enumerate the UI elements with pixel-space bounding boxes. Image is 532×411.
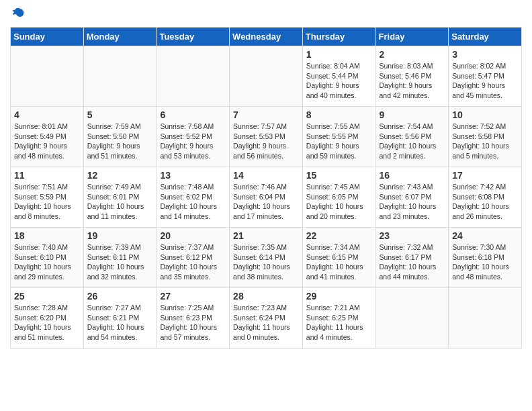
day-info: Sunrise: 8:02 AM Sunset: 5:47 PM Dayligh… [452, 61, 518, 101]
day-info: Sunrise: 7:45 AM Sunset: 6:05 PM Dayligh… [306, 182, 372, 222]
calendar-cell: 21Sunrise: 7:35 AM Sunset: 6:14 PM Dayli… [230, 228, 303, 288]
day-number: 27 [160, 291, 226, 302]
day-info: Sunrise: 8:04 AM Sunset: 5:44 PM Dayligh… [306, 61, 372, 101]
calendar-cell: 23Sunrise: 7:32 AM Sunset: 6:17 PM Dayli… [375, 228, 449, 288]
header-row: SundayMondayTuesdayWednesdayThursdayFrid… [11, 28, 522, 46]
col-header-thursday: Thursday [302, 28, 375, 46]
week-row-1: 1Sunrise: 8:04 AM Sunset: 5:44 PM Daylig… [11, 46, 522, 107]
day-number: 20 [160, 230, 226, 241]
day-info: Sunrise: 7:46 AM Sunset: 6:04 PM Dayligh… [233, 182, 299, 222]
day-info: Sunrise: 7:34 AM Sunset: 6:15 PM Dayligh… [306, 242, 372, 282]
day-info: Sunrise: 7:40 AM Sunset: 6:10 PM Dayligh… [14, 242, 80, 282]
day-info: Sunrise: 7:57 AM Sunset: 5:53 PM Dayligh… [233, 122, 299, 161]
day-number: 2 [380, 49, 445, 60]
day-number: 26 [87, 291, 153, 302]
day-number: 25 [14, 291, 80, 302]
col-header-monday: Monday [83, 28, 157, 46]
day-number: 14 [233, 170, 299, 181]
calendar-cell: 13Sunrise: 7:48 AM Sunset: 6:02 PM Dayli… [157, 167, 230, 228]
calendar-cell [230, 46, 303, 107]
logo-bird-icon [11, 7, 25, 20]
day-info: Sunrise: 7:23 AM Sunset: 6:24 PM Dayligh… [233, 303, 299, 342]
day-number: 29 [306, 291, 372, 302]
day-info: Sunrise: 7:32 AM Sunset: 6:17 PM Dayligh… [380, 242, 445, 282]
week-row-3: 11Sunrise: 7:51 AM Sunset: 5:59 PM Dayli… [11, 167, 522, 228]
calendar-cell: 8Sunrise: 7:55 AM Sunset: 5:55 PM Daylig… [302, 107, 375, 167]
calendar-cell: 6Sunrise: 7:58 AM Sunset: 5:52 PM Daylig… [157, 107, 230, 167]
calendar-cell [11, 46, 84, 107]
day-number: 7 [233, 109, 299, 120]
day-info: Sunrise: 7:48 AM Sunset: 6:02 PM Dayligh… [160, 182, 226, 222]
day-number: 17 [452, 170, 518, 181]
calendar-cell: 12Sunrise: 7:49 AM Sunset: 6:01 PM Dayli… [83, 167, 157, 228]
week-row-5: 25Sunrise: 7:28 AM Sunset: 6:20 PM Dayli… [11, 288, 522, 349]
calendar-cell: 2Sunrise: 8:03 AM Sunset: 5:46 PM Daylig… [375, 46, 449, 107]
calendar-cell: 26Sunrise: 7:27 AM Sunset: 6:21 PM Dayli… [83, 288, 157, 349]
day-info: Sunrise: 7:42 AM Sunset: 6:08 PM Dayligh… [452, 182, 518, 222]
calendar-cell: 27Sunrise: 7:25 AM Sunset: 6:23 PM Dayli… [157, 288, 230, 349]
calendar-cell: 3Sunrise: 8:02 AM Sunset: 5:47 PM Daylig… [449, 46, 522, 107]
day-info: Sunrise: 7:27 AM Sunset: 6:21 PM Dayligh… [87, 303, 153, 342]
day-number: 10 [452, 109, 518, 120]
day-info: Sunrise: 7:54 AM Sunset: 5:56 PM Dayligh… [380, 122, 445, 161]
day-info: Sunrise: 7:37 AM Sunset: 6:12 PM Dayligh… [160, 242, 226, 282]
day-number: 11 [14, 170, 80, 181]
day-number: 18 [14, 230, 80, 241]
day-info: Sunrise: 8:03 AM Sunset: 5:46 PM Dayligh… [380, 61, 445, 101]
col-header-friday: Friday [375, 28, 449, 46]
day-number: 6 [160, 109, 226, 120]
day-info: Sunrise: 7:51 AM Sunset: 5:59 PM Dayligh… [14, 182, 80, 222]
calendar-cell: 28Sunrise: 7:23 AM Sunset: 6:24 PM Dayli… [230, 288, 303, 349]
calendar-cell [375, 288, 449, 349]
calendar-cell: 9Sunrise: 7:54 AM Sunset: 5:56 PM Daylig… [375, 107, 449, 167]
col-header-saturday: Saturday [449, 28, 522, 46]
logo [10, 7, 25, 20]
calendar-cell: 20Sunrise: 7:37 AM Sunset: 6:12 PM Dayli… [157, 228, 230, 288]
day-info: Sunrise: 7:35 AM Sunset: 6:14 PM Dayligh… [233, 242, 299, 282]
day-number: 1 [306, 49, 372, 60]
day-number: 5 [87, 109, 153, 120]
day-number: 28 [233, 291, 299, 302]
calendar-cell: 4Sunrise: 8:01 AM Sunset: 5:49 PM Daylig… [11, 107, 84, 167]
day-number: 12 [87, 170, 153, 181]
week-row-2: 4Sunrise: 8:01 AM Sunset: 5:49 PM Daylig… [11, 107, 522, 167]
calendar-cell: 24Sunrise: 7:30 AM Sunset: 6:18 PM Dayli… [449, 228, 522, 288]
calendar-cell [157, 46, 230, 107]
calendar-cell: 16Sunrise: 7:43 AM Sunset: 6:07 PM Dayli… [375, 167, 449, 228]
day-number: 8 [306, 109, 372, 120]
day-number: 22 [306, 230, 372, 241]
day-number: 3 [452, 49, 518, 60]
calendar-cell: 25Sunrise: 7:28 AM Sunset: 6:20 PM Dayli… [11, 288, 84, 349]
day-number: 19 [87, 230, 153, 241]
calendar-cell: 22Sunrise: 7:34 AM Sunset: 6:15 PM Dayli… [302, 228, 375, 288]
day-number: 4 [14, 109, 80, 120]
calendar-cell [449, 288, 522, 349]
day-info: Sunrise: 7:58 AM Sunset: 5:52 PM Dayligh… [160, 122, 226, 161]
col-header-sunday: Sunday [11, 28, 84, 46]
col-header-tuesday: Tuesday [157, 28, 230, 46]
col-header-wednesday: Wednesday [230, 28, 303, 46]
calendar-cell: 10Sunrise: 7:52 AM Sunset: 5:58 PM Dayli… [449, 107, 522, 167]
day-info: Sunrise: 7:43 AM Sunset: 6:07 PM Dayligh… [380, 182, 445, 222]
calendar-cell: 14Sunrise: 7:46 AM Sunset: 6:04 PM Dayli… [230, 167, 303, 228]
calendar-cell [83, 46, 157, 107]
day-number: 23 [380, 230, 445, 241]
day-info: Sunrise: 7:28 AM Sunset: 6:20 PM Dayligh… [14, 303, 80, 342]
day-info: Sunrise: 7:30 AM Sunset: 6:18 PM Dayligh… [452, 242, 518, 282]
day-info: Sunrise: 7:59 AM Sunset: 5:50 PM Dayligh… [87, 122, 153, 161]
week-row-4: 18Sunrise: 7:40 AM Sunset: 6:10 PM Dayli… [11, 228, 522, 288]
day-number: 13 [160, 170, 226, 181]
calendar-cell: 29Sunrise: 7:21 AM Sunset: 6:25 PM Dayli… [302, 288, 375, 349]
day-info: Sunrise: 8:01 AM Sunset: 5:49 PM Dayligh… [14, 122, 80, 161]
day-number: 24 [452, 230, 518, 241]
calendar-cell: 1Sunrise: 8:04 AM Sunset: 5:44 PM Daylig… [302, 46, 375, 107]
day-info: Sunrise: 7:52 AM Sunset: 5:58 PM Dayligh… [452, 122, 518, 161]
calendar-cell: 5Sunrise: 7:59 AM Sunset: 5:50 PM Daylig… [83, 107, 157, 167]
day-info: Sunrise: 7:21 AM Sunset: 6:25 PM Dayligh… [306, 303, 372, 342]
page-header [10, 7, 522, 20]
day-info: Sunrise: 7:25 AM Sunset: 6:23 PM Dayligh… [160, 303, 226, 342]
calendar-table: SundayMondayTuesdayWednesdayThursdayFrid… [10, 27, 522, 349]
day-number: 16 [380, 170, 445, 181]
day-info: Sunrise: 7:55 AM Sunset: 5:55 PM Dayligh… [306, 122, 372, 161]
calendar-cell: 7Sunrise: 7:57 AM Sunset: 5:53 PM Daylig… [230, 107, 303, 167]
